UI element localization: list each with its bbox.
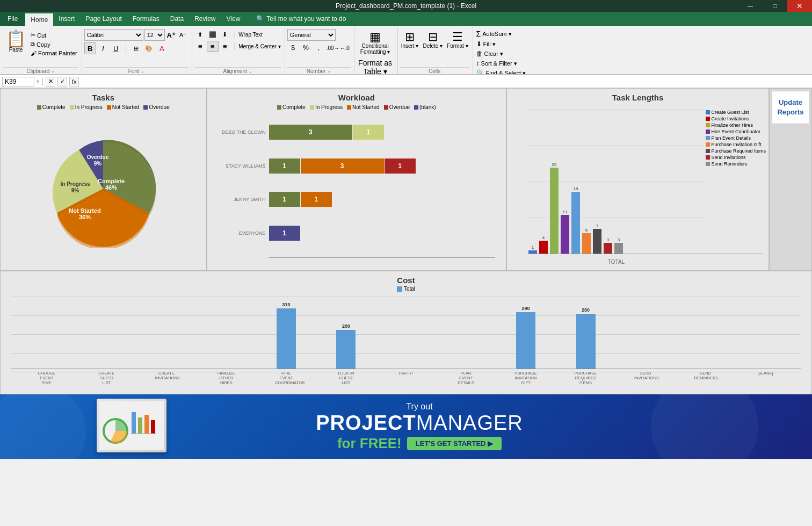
- cost-label-choose-event: CHOOSE EVENT TIME: [35, 371, 58, 385]
- format-painter-button[interactable]: 🖌 Format Painter: [30, 49, 78, 57]
- cost-label-lock: LOCK IN GUEST LIST: [335, 371, 357, 385]
- menu-home[interactable]: Home: [25, 12, 53, 26]
- cancel-formula-btn[interactable]: ✕: [46, 77, 55, 87]
- menu-formulas[interactable]: Formulas: [127, 12, 165, 26]
- svg-text:Complete: Complete: [98, 178, 125, 184]
- svg-rect-14: [151, 420, 155, 434]
- svg-text:9%: 9%: [94, 161, 102, 167]
- align-right-btn[interactable]: ≡: [219, 41, 231, 52]
- find-select-btn[interactable]: 🔍 Find & Select ▾: [475, 69, 527, 75]
- workload-title: Workload: [207, 89, 506, 104]
- align-center-btn[interactable]: ≡: [207, 41, 219, 52]
- font-color-btn[interactable]: A: [156, 42, 168, 54]
- ribbon-group-clipboard: 📋 Paste ✂ Cut ⧉ Copy 🖌 Format Painter Cl…: [2, 27, 82, 74]
- fill-btn[interactable]: ⬇ Fill ▾: [475, 40, 527, 48]
- cost-label-send-rem: SEND REMINDERS: [694, 371, 717, 385]
- minimize-btn[interactable]: ─: [738, 0, 763, 12]
- clear-btn[interactable]: 🗑 Clear ▾: [475, 49, 527, 58]
- maximize-btn[interactable]: □: [763, 0, 787, 12]
- ribbon: 📋 Paste ✂ Cut ⧉ Copy 🖌 Format Painter Cl…: [0, 26, 812, 75]
- cost-bar-purchase-items: 280: [575, 307, 597, 369]
- insert-btn[interactable]: ⊞ Insert ▾: [400, 30, 420, 50]
- underline-btn[interactable]: U: [110, 42, 122, 54]
- cell-reference-input[interactable]: [2, 77, 34, 87]
- font-decrease-btn[interactable]: A⁻: [178, 30, 189, 40]
- main-content: Tasks Complete In Progress Not Started O…: [0, 88, 812, 394]
- font-label: Font ⌄: [84, 67, 189, 74]
- font-family-select[interactable]: Calibri: [84, 29, 143, 41]
- merge-center-btn[interactable]: Merge & Center ▾: [238, 41, 281, 52]
- delete-btn[interactable]: ⊟ Delete ▾: [422, 30, 444, 50]
- menu-review[interactable]: Review: [189, 12, 221, 26]
- cost-label-finalize: FINALIZE OTHER HIRES: [215, 371, 237, 385]
- ribbon-group-font: Calibri 12 A⁺ A⁻ B I U │ ⊞ 🎨 A Font ⌄: [82, 27, 192, 74]
- svg-text:36%: 36%: [79, 214, 91, 220]
- svg-text:46%: 46%: [105, 184, 117, 191]
- svg-text:9%: 9%: [71, 188, 79, 193]
- workload-row-bozo: BOZO THE CLOWN 3 1: [218, 125, 495, 140]
- cost-chart: Cost Total: [0, 271, 812, 394]
- menu-data[interactable]: Data: [165, 12, 189, 26]
- tasks-chart: Tasks Complete In Progress Not Started O…: [0, 88, 207, 271]
- menu-file[interactable]: File: [0, 12, 25, 26]
- menu-view[interactable]: View: [221, 12, 246, 26]
- ribbon-group-alignment: ⬆ ⬛ ⬇ │ Wrap Text ≡ ≡ ≡ │ Merge & Center…: [192, 27, 285, 74]
- italic-btn[interactable]: I: [97, 42, 109, 54]
- pie-chart-svg: Complete 46% Not Started 36% In Progress…: [44, 129, 162, 248]
- promo-banner[interactable]: Try out PROJECTMANAGER for FREE! LET'S G…: [0, 394, 812, 459]
- format-as-table-btn[interactable]: Format as Table ▾: [357, 57, 394, 75]
- formula-input[interactable]: [81, 78, 810, 85]
- svg-text:Overdue: Overdue: [87, 154, 109, 160]
- cost-bar-hire-coordinator: 310: [275, 302, 298, 369]
- decimal-decrease-btn[interactable]: ←.0: [339, 42, 351, 53]
- banner-content: Try out PROJECTMANAGER for FREE! LET'S G…: [316, 402, 523, 452]
- cost-bar-purchase-gift: 290: [514, 306, 537, 369]
- percent-btn[interactable]: %: [300, 42, 312, 53]
- fill-color-btn[interactable]: 🎨: [143, 42, 155, 54]
- workload-row-jenny: JENNY SMITH 1 1: [218, 192, 495, 207]
- formula-divider: |: [41, 77, 44, 87]
- copy-button[interactable]: ⧉ Copy: [30, 40, 78, 48]
- update-reports-panel: Update Reports: [769, 88, 812, 271]
- workload-chart: Workload Complete In Progress Not Starte…: [207, 88, 506, 271]
- align-left-btn[interactable]: ≡: [194, 41, 206, 52]
- number-format-select[interactable]: General: [287, 29, 336, 41]
- align-bottom-btn[interactable]: ⬇: [219, 29, 231, 40]
- sort-filter-btn[interactable]: ↕ Sort & Filter ▾: [475, 59, 527, 68]
- cut-button[interactable]: ✂ Cut: [30, 31, 78, 39]
- cost-label-blank: [BLANK]: [754, 371, 777, 385]
- cost-label-hire: HIRE EVENT COORDINATOR: [275, 371, 298, 385]
- paste-button[interactable]: 📋 Paste: [3, 29, 28, 54]
- banner-cta-btn[interactable]: LET'S GET STARTED ▶: [407, 437, 502, 450]
- border-btn[interactable]: ⊞: [130, 42, 142, 54]
- autosum-btn[interactable]: Σ AutoSum ▾: [475, 29, 527, 39]
- conditional-formatting-btn[interactable]: ▦ Conditional Formatting ▾: [357, 30, 394, 56]
- menu-bar: File Home Insert Page Layout Formulas Da…: [0, 12, 812, 26]
- update-reports-btn[interactable]: Update Reports: [772, 91, 809, 124]
- task-lengths-chart: Task Lengths 1: [506, 88, 769, 271]
- cost-label-guest-list: CREATE GUEST LIST: [95, 371, 118, 385]
- tasks-title: Tasks: [1, 89, 206, 104]
- banner-try-text: Try out: [316, 402, 523, 412]
- align-middle-btn[interactable]: ⬛: [207, 29, 219, 40]
- workload-legend: Complete In Progress Not Started Overdue…: [207, 104, 506, 110]
- font-increase-btn[interactable]: A⁺: [166, 30, 177, 40]
- currency-btn[interactable]: $: [287, 42, 299, 53]
- search-box[interactable]: 🔍 Tell me what you want to do: [251, 12, 351, 26]
- insert-function-btn[interactable]: fx: [69, 77, 79, 87]
- window-title: Project_dashboard_PM.com_template (1) - …: [336, 2, 476, 10]
- decimal-increase-btn[interactable]: .00→: [326, 42, 338, 53]
- menu-page-layout[interactable]: Page Layout: [80, 12, 127, 26]
- close-btn[interactable]: ✕: [787, 0, 812, 12]
- menu-insert[interactable]: Insert: [53, 12, 80, 26]
- cost-label-purchase-items: PURCHASE REQUIRED ITEMS: [575, 371, 597, 385]
- format-btn[interactable]: ☰ Format ▾: [446, 30, 469, 50]
- cost-bar-lock-guest: 200: [335, 323, 357, 369]
- align-top-btn[interactable]: ⬆: [194, 29, 206, 40]
- confirm-formula-btn[interactable]: ✓: [57, 77, 67, 87]
- bold-btn[interactable]: B: [84, 42, 96, 54]
- wrap-text-btn[interactable]: Wrap Text: [238, 29, 263, 40]
- banner-free-text: for FREE!: [337, 435, 402, 452]
- font-size-select[interactable]: 12: [144, 29, 165, 41]
- comma-btn[interactable]: ,: [313, 42, 325, 53]
